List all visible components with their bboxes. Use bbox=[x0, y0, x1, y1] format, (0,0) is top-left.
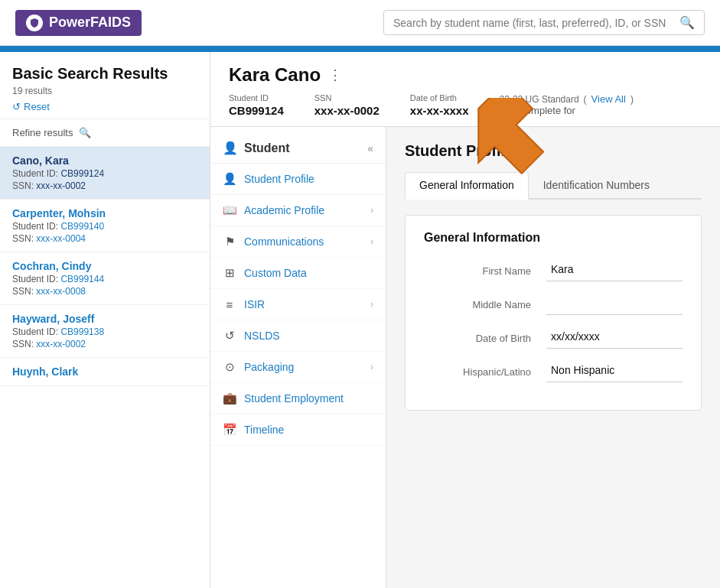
side-nav-item-student-employment[interactable]: 💼 Student Employment bbox=[210, 383, 386, 414]
nav-item-left: ⚑ Communications bbox=[223, 235, 324, 249]
chevron-right-icon: › bbox=[370, 236, 373, 247]
field-value[interactable]: Kara bbox=[546, 260, 683, 281]
side-nav-item-custom-data[interactable]: ⊞ Custom Data bbox=[210, 258, 386, 289]
side-nav-item-communications[interactable]: ⚑ Communications › bbox=[210, 226, 386, 258]
ssn-field: SSN xxx-xx-0002 bbox=[314, 93, 380, 117]
student-name: Kara Cano bbox=[229, 64, 321, 86]
student-list-item[interactable]: Carpenter, Mohsin Student ID: CB999140 S… bbox=[0, 200, 210, 252]
student-item-meta: Student ID: CB999138 bbox=[12, 326, 197, 337]
search-icon: 🔍 bbox=[79, 127, 91, 138]
form-section-title: General Information bbox=[424, 231, 683, 245]
profile-title: Student Profile bbox=[405, 142, 702, 160]
logo: PowerFAIDS bbox=[15, 10, 142, 36]
field-value[interactable] bbox=[546, 294, 683, 315]
refine-search[interactable]: Refine results 🔍 bbox=[0, 119, 210, 147]
nav-item-left: 📅 Timeline bbox=[223, 423, 284, 437]
chevron-right-icon: › bbox=[370, 205, 373, 216]
sidebar-title: Basic Search Results bbox=[12, 64, 197, 83]
reset-button[interactable]: ↺ Reset bbox=[12, 101, 197, 112]
nav-item-label: Academic Profile bbox=[244, 204, 324, 216]
more-options-button[interactable]: ⋮ bbox=[328, 67, 342, 83]
form-row: First Name Kara bbox=[424, 260, 683, 281]
student-list-item[interactable]: Hayward, Joseff Student ID: CB999138 SSN… bbox=[0, 305, 210, 358]
field-label: Hispanic/Latino bbox=[424, 366, 531, 378]
side-nav-item-academic-profile[interactable]: 📖 Academic Profile › bbox=[210, 195, 386, 226]
field-value[interactable]: xx/xx/xxxx bbox=[546, 327, 683, 349]
aid-year-field: 22-23 UG Standard ( View All ) ⟳ Incompl… bbox=[500, 93, 634, 116]
tab-general-information[interactable]: General Information bbox=[405, 172, 529, 200]
blue-accent-bar bbox=[0, 46, 720, 52]
status-text: Incomplete for bbox=[513, 105, 575, 116]
student-item-meta: Student ID: CB999144 bbox=[12, 274, 197, 284]
student-header: Kara Cano ⋮ Student ID CB999124 SSN xxx-… bbox=[210, 52, 720, 127]
aid-year-label: 22-23 UG Standard bbox=[500, 94, 579, 105]
package-icon: ⊙ bbox=[223, 360, 236, 374]
side-nav-header: 👤 Student « bbox=[210, 133, 386, 164]
student-id-field: Student ID CB999124 bbox=[229, 93, 284, 117]
person-icon: 👤 bbox=[223, 172, 236, 186]
form-row: Date of Birth xx/xx/xxxx bbox=[424, 327, 683, 349]
status-icon: ⟳ bbox=[500, 105, 508, 116]
book-icon: 📖 bbox=[223, 203, 236, 217]
ssn-value: xxx-xx-0002 bbox=[314, 104, 380, 117]
status-badge: ⟳ Incomplete for bbox=[500, 105, 634, 116]
logo-text: PowerFAIDS bbox=[49, 15, 131, 31]
form-fields: First Name Kara Middle Name Date of Birt… bbox=[424, 260, 683, 382]
search-bar[interactable]: 🔍 bbox=[383, 10, 705, 35]
side-nav: 👤 Student « 👤 Student Profile 📖 Academic… bbox=[210, 127, 386, 588]
student-list-item[interactable]: Cochran, Cindy Student ID: CB999144 SSN:… bbox=[0, 252, 210, 305]
search-icon[interactable]: 🔍 bbox=[679, 15, 695, 30]
student-list: Cano, Kara Student ID: CB999124 SSN: xxx… bbox=[0, 147, 210, 588]
student-item-ssn: SSN: xxx-xx-0002 bbox=[12, 339, 197, 349]
student-list-item[interactable]: Huynh, Clark bbox=[0, 358, 210, 386]
side-nav-item-isir[interactable]: ≡ ISIR › bbox=[210, 289, 386, 320]
grid-icon: ⊞ bbox=[223, 266, 236, 280]
student-item-ssn: SSN: xxx-xx-0004 bbox=[12, 233, 197, 244]
student-item-name: Carpenter, Mohsin bbox=[12, 207, 197, 219]
content-area: Kara Cano ⋮ Student ID CB999124 SSN xxx-… bbox=[210, 52, 720, 588]
nav-item-left: 👤 Student Profile bbox=[223, 172, 314, 186]
student-item-name: Cochran, Cindy bbox=[12, 260, 197, 272]
refresh-icon: ↺ bbox=[223, 329, 236, 343]
dob-field: Date of Birth xx-xx-xxxx bbox=[410, 93, 469, 117]
sidebar-count: 19 results bbox=[12, 86, 197, 96]
view-all-link[interactable]: View All bbox=[591, 93, 626, 105]
nav-item-left: ↺ NSLDS bbox=[223, 329, 280, 343]
student-list-item[interactable]: Cano, Kara Student ID: CB999124 SSN: xxx… bbox=[0, 147, 210, 200]
field-label: Middle Name bbox=[424, 299, 531, 310]
student-item-ssn: SSN: xxx-xx-0008 bbox=[12, 286, 197, 297]
nav-item-left: ≡ ISIR bbox=[223, 297, 265, 311]
student-id-value: CB999124 bbox=[229, 104, 284, 117]
field-label: First Name bbox=[424, 265, 531, 277]
sidebar: Basic Search Results 19 results ↺ Reset … bbox=[0, 52, 210, 588]
side-nav-item-nslds[interactable]: ↺ NSLDS bbox=[210, 320, 386, 352]
dob-value: xx-xx-xxxx bbox=[410, 104, 469, 117]
form-section: General Information First Name Kara Midd… bbox=[405, 215, 702, 411]
side-nav-item-timeline[interactable]: 📅 Timeline bbox=[210, 414, 386, 446]
reset-icon: ↺ bbox=[12, 101, 21, 112]
student-item-name: Huynh, Clark bbox=[12, 365, 197, 378]
sidebar-header: Basic Search Results 19 results ↺ Reset bbox=[0, 52, 210, 119]
field-value[interactable]: Non Hispanic bbox=[546, 361, 683, 382]
student-item-ssn: SSN: xxx-xx-0002 bbox=[12, 180, 197, 191]
nav-item-left: ⊞ Custom Data bbox=[223, 266, 307, 280]
nav-item-label: NSLDS bbox=[244, 330, 280, 342]
tab-identification-numbers[interactable]: Identification Numbers bbox=[529, 172, 664, 198]
middle-area: 👤 Student « 👤 Student Profile 📖 Academic… bbox=[210, 127, 720, 588]
student-item-meta: Student ID: CB999140 bbox=[12, 221, 197, 232]
collapse-nav-button[interactable]: « bbox=[367, 142, 373, 154]
nav-item-label: Student Profile bbox=[244, 173, 314, 185]
header: PowerFAIDS 🔍 bbox=[0, 0, 720, 46]
side-nav-item-packaging[interactable]: ⊙ Packaging › bbox=[210, 352, 386, 383]
nav-item-label: ISIR bbox=[244, 298, 265, 310]
list-icon: ≡ bbox=[223, 297, 236, 311]
chevron-right-icon: › bbox=[370, 362, 373, 372]
nav-item-label: Packaging bbox=[244, 361, 294, 373]
nav-item-label: Communications bbox=[244, 236, 324, 248]
side-nav-title: Student bbox=[244, 141, 290, 155]
flag-icon: ⚑ bbox=[223, 235, 236, 249]
search-input[interactable] bbox=[393, 17, 679, 29]
side-nav-item-student-profile[interactable]: 👤 Student Profile bbox=[210, 164, 386, 195]
nav-item-left: ⊙ Packaging bbox=[223, 360, 294, 374]
form-row: Hispanic/Latino Non Hispanic bbox=[424, 361, 683, 382]
